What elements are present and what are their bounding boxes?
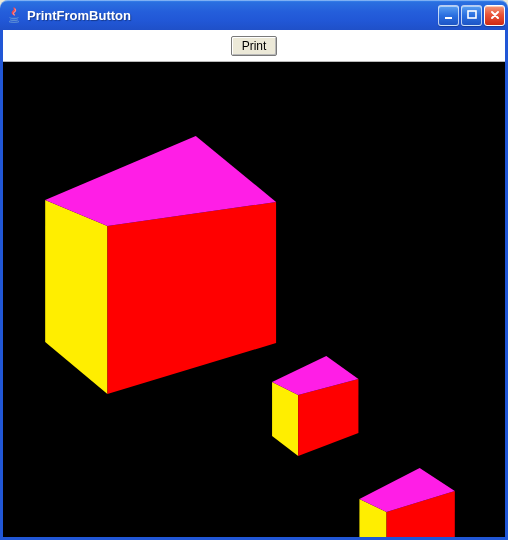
minimize-button[interactable] (438, 5, 459, 26)
svg-point-0 (9, 21, 19, 23)
scene-canvas (3, 62, 505, 537)
viewport-3d[interactable] (3, 62, 505, 537)
window-buttons (438, 5, 505, 26)
svg-rect-1 (445, 17, 452, 19)
toolbar: Print (3, 30, 505, 62)
svg-rect-2 (468, 11, 476, 18)
maximize-button[interactable] (461, 5, 482, 26)
print-button[interactable]: Print (231, 36, 278, 56)
window-frame: Print (0, 30, 508, 540)
window-title: PrintFromButton (27, 8, 438, 23)
title-bar: PrintFromButton (0, 0, 508, 30)
close-button[interactable] (484, 5, 505, 26)
java-icon (6, 7, 22, 23)
